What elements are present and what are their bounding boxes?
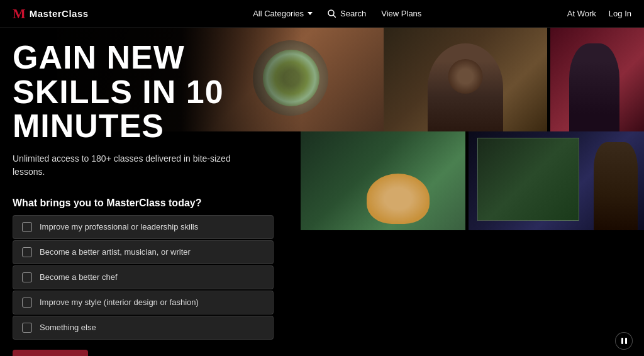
hero-headline: GAIN NEW SKILLS IN 10 MINUTES (13, 40, 289, 143)
checkbox-item-chef[interactable]: Become a better chef (13, 265, 274, 289)
search-icon (328, 9, 336, 18)
hero-image-instructor-1 (384, 28, 547, 131)
chevron-down-icon (308, 12, 313, 15)
checkbox-chef[interactable] (22, 272, 32, 282)
checkbox-list: Improve my professional or leadership sk… (13, 215, 289, 340)
nav-all-categories[interactable]: All Categories (253, 9, 313, 18)
nav-log-in[interactable]: Log In (609, 9, 631, 18)
hero-subtext: Unlimited access to 180+ classes deliver… (13, 152, 239, 179)
pause-button[interactable] (615, 332, 633, 350)
checkbox-item-professional[interactable]: Improve my professional or leadership sk… (13, 215, 274, 239)
question-title: What brings you to MasterClass today? (13, 197, 289, 209)
hero-image-instructor-2 (550, 28, 644, 131)
svg-line-1 (333, 15, 336, 18)
checkbox-something-else[interactable] (22, 323, 32, 333)
logo[interactable]: M MasterClass (13, 6, 89, 22)
checkbox-item-style[interactable]: Improve my style (interior design or fas… (13, 291, 274, 314)
nav-view-plans[interactable]: View Plans (381, 9, 421, 18)
checkbox-style[interactable] (22, 298, 32, 308)
checkbox-label-style: Improve my style (interior design or fas… (40, 298, 199, 307)
checkbox-label-something-else: Something else (40, 323, 96, 332)
hero-section: GAIN NEW SKILLS IN 10 MINUTES Unlimited … (0, 28, 644, 356)
nav-right: At Work Log In (567, 9, 631, 18)
hero-image-outdoor (301, 131, 465, 230)
hero-image-instructor-3 (469, 131, 644, 230)
pause-icon (621, 338, 627, 344)
checkbox-label-chef: Become a better chef (40, 272, 118, 282)
continue-button[interactable]: Continue (13, 350, 88, 356)
checkbox-label-professional: Improve my professional or leadership sk… (40, 222, 198, 231)
checkbox-label-artist: Become a better artist, musician, or wri… (40, 247, 191, 257)
hero-content: GAIN NEW SKILLS IN 10 MINUTES Unlimited … (0, 28, 302, 356)
checkbox-professional[interactable] (22, 222, 32, 232)
checkbox-item-artist[interactable]: Become a better artist, musician, or wri… (13, 240, 274, 264)
checkbox-artist[interactable] (22, 247, 32, 257)
nav-at-work[interactable]: At Work (567, 9, 596, 18)
masterclass-logo-icon: M (13, 6, 25, 22)
masterclass-logo-text: MasterClass (30, 8, 89, 19)
navigation: M MasterClass All Categories Search View… (0, 0, 644, 28)
checkbox-item-something-else[interactable]: Something else (13, 316, 274, 340)
nav-search[interactable]: Search (328, 9, 366, 18)
nav-center: All Categories Search View Plans (108, 9, 567, 18)
